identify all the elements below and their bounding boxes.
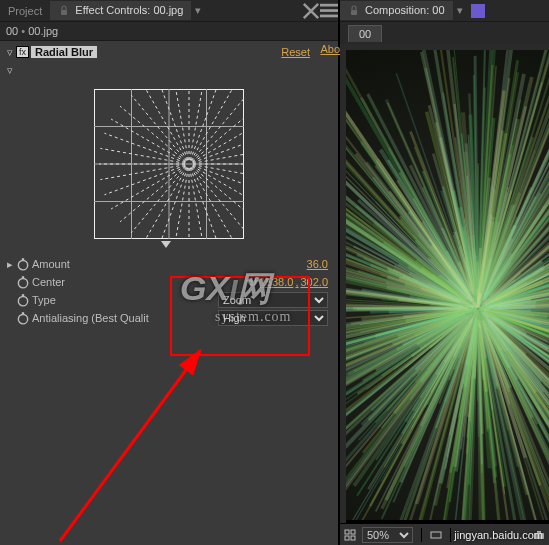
grid-icon[interactable] <box>344 529 356 541</box>
composition-tabstrip: Composition: 00 ▾ <box>340 0 549 22</box>
svg-rect-17 <box>345 530 349 534</box>
slider-handle-icon[interactable] <box>161 241 171 248</box>
stopwatch-icon[interactable] <box>16 275 30 289</box>
aa-label: Antialiasing (Best Qualit <box>30 312 218 324</box>
type-label: Type <box>30 294 218 306</box>
effect-header[interactable]: ▿ fx Radial Blur Reset Abo <box>4 43 334 61</box>
svg-rect-21 <box>431 532 441 538</box>
tab-effect-file: 00.jpg <box>153 4 183 16</box>
center-y[interactable]: 302.0 <box>300 276 328 288</box>
center-x[interactable]: 1538.0 <box>260 276 294 288</box>
svg-rect-14 <box>22 312 24 314</box>
preview-slider[interactable] <box>94 241 244 249</box>
lock-icon <box>58 5 70 17</box>
layer-path: 00 • 00.jpg <box>0 22 338 41</box>
center-label: Center <box>30 276 246 288</box>
svg-point-6 <box>18 279 27 288</box>
tab-overflow-chevron[interactable]: ▾ <box>191 4 205 17</box>
svg-rect-18 <box>351 530 355 534</box>
tab-effect-prefix: Effect Controls: <box>75 4 150 16</box>
stopwatch-icon[interactable] <box>16 257 30 271</box>
svg-rect-3 <box>320 14 338 17</box>
aa-select[interactable]: LowHigh <box>218 310 328 326</box>
svg-rect-12 <box>22 294 24 296</box>
credit-text: jingyan.baidu.com <box>454 529 543 541</box>
composition-viewer[interactable] <box>346 50 549 523</box>
resolution-icon[interactable] <box>430 529 442 541</box>
annotation-arrow <box>30 341 230 545</box>
comp-tab[interactable]: 00 <box>348 25 382 42</box>
amount-label: Amount <box>30 258 307 270</box>
svg-point-13 <box>18 315 27 324</box>
amount-value[interactable]: 36.0 <box>307 258 328 270</box>
effect-name: Radial Blur <box>31 46 97 58</box>
prop-type: Type SpinZoom <box>4 291 334 309</box>
stopwatch-icon[interactable] <box>16 293 30 307</box>
svg-rect-0 <box>61 10 67 15</box>
svg-rect-16 <box>351 10 357 15</box>
svg-point-11 <box>18 297 27 306</box>
svg-rect-2 <box>320 9 338 12</box>
effect-controls-tabstrip: Project Effect Controls: 00.jpg ▾ <box>0 0 338 22</box>
fx-badge-icon[interactable]: fx <box>16 46 29 58</box>
prop-amount: ▸ Amount 36.0 <box>4 255 334 273</box>
svg-rect-7 <box>22 276 24 278</box>
amount-twisty[interactable]: ▸ <box>4 258 16 271</box>
tab-overflow-chevron[interactable]: ▾ <box>453 4 467 17</box>
tab-effect-controls[interactable]: Effect Controls: 00.jpg <box>50 1 191 20</box>
effect-body: ▿ fx Radial Blur Reset Abo ▿ ▸ Amount 36… <box>0 41 338 545</box>
zoom-select[interactable]: 25%50%100%200% <box>362 527 413 543</box>
svg-rect-20 <box>351 536 355 540</box>
panel-menu-icon[interactable] <box>320 2 338 20</box>
svg-point-4 <box>18 261 27 270</box>
svg-rect-5 <box>22 258 24 260</box>
about-link[interactable]: Abo <box>320 43 340 55</box>
effect-twisty[interactable]: ▿ <box>4 46 16 59</box>
radial-blur-preview[interactable] <box>94 89 244 249</box>
tab-composition[interactable]: Composition: 00 <box>340 1 453 20</box>
footage-swatch-icon[interactable] <box>471 4 485 18</box>
prop-antialiasing: Antialiasing (Best Qualit LowHigh <box>4 309 334 327</box>
preview-twisty[interactable]: ▿ <box>4 64 16 77</box>
lock-icon <box>348 5 360 17</box>
stopwatch-icon[interactable] <box>16 311 30 325</box>
svg-rect-1 <box>320 3 338 6</box>
tab-project[interactable]: Project <box>0 2 50 20</box>
svg-rect-19 <box>345 536 349 540</box>
close-icon[interactable] <box>302 2 320 20</box>
crosshair-icon[interactable] <box>246 275 258 289</box>
type-select[interactable]: SpinZoom <box>218 292 328 308</box>
svg-line-15 <box>60 351 200 541</box>
prop-center: Center 1538.0, 302.0 <box>4 273 334 291</box>
comp-inner-tabbar: 00 <box>340 22 549 44</box>
